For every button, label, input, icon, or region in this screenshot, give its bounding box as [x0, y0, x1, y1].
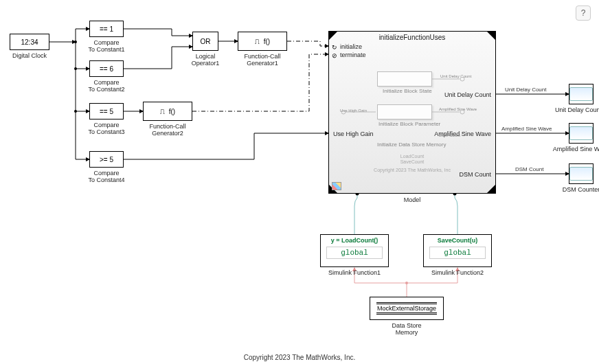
signal-unit-delay-count: Unit Delay Count — [505, 87, 546, 93]
scope-dsm-counter[interactable]: DSM Counter — [569, 163, 594, 184]
port-icon-init: ↻ — [332, 44, 337, 51]
compare-to-constant-4[interactable]: >= 5 Compare To Constant4 — [89, 151, 124, 168]
dsm-label: Data Store Memory — [365, 322, 448, 336]
compare1-label: Compare To Constant1 — [65, 39, 148, 53]
simfn1-header: y = LoadCount() — [321, 235, 388, 244]
scope2-label: Amplified Sine Wave — [540, 146, 599, 152]
help-button[interactable]: ? — [576, 5, 591, 21]
port-unit-delay-count: Unit Delay Count — [444, 91, 491, 98]
compare-to-constant-1[interactable]: == 1 Compare To Constant1 — [89, 21, 124, 37]
copyright-text: Copyright 2023 The MathWorks, Inc. — [244, 354, 356, 361]
model-reference-block[interactable]: initializeFunctionUses ↻ initialize ⊘ te… — [328, 31, 496, 194]
inner-box3-sig: DSM Count — [439, 133, 460, 137]
simfn1-label: Simulink Function1 — [313, 269, 396, 276]
scope3-label: DSM Counter — [540, 186, 599, 193]
svg-point-1 — [74, 67, 77, 70]
compare2-label: Compare To Constant2 — [65, 79, 148, 93]
function-call-generator-1[interactable]: ⎍ f() Function-Call Generator1 — [238, 32, 287, 51]
inner-foot1: LoadCount — [329, 154, 495, 159]
simfn2-header: SaveCount(u) — [424, 235, 491, 244]
inner-foot2: SaveCount — [329, 159, 495, 164]
inner-box2-label: Initialize Block Parameter — [378, 121, 440, 127]
simulink-function-2[interactable]: SaveCount(u) global Simulink Function2 — [423, 234, 492, 267]
svg-point-7 — [460, 77, 464, 81]
compare-to-constant-3[interactable]: == 5 Compare To Constant3 — [89, 103, 124, 120]
data-store-memory[interactable]: MockExternalStorage Data Store Memory — [370, 297, 444, 320]
simfn1-body: global — [326, 247, 383, 259]
scope-screen-icon — [569, 126, 593, 140]
model-inner-box1 — [377, 71, 432, 87]
compare-to-constant-2[interactable]: == 6 Compare To Constant2 — [89, 60, 124, 77]
scope-unit-delay-counter[interactable]: Unit Delay Counter — [569, 84, 594, 104]
digital-clock-value: 12:34 — [21, 38, 38, 46]
simfn2-body: global — [429, 247, 486, 259]
fcngen1-label: Function-Call Generator1 — [221, 53, 304, 67]
model-mask-icon — [332, 182, 341, 190]
port-terminate: terminate — [340, 52, 366, 58]
signal-dsm-count: DSM Count — [515, 166, 543, 172]
svg-point-11 — [460, 110, 464, 114]
scope-amplified-sine-wave[interactable]: Amplified Sine Wave — [569, 123, 594, 144]
inner-box1-label: Initialize Block State — [383, 88, 432, 94]
compare3-text: == 5 — [100, 108, 113, 115]
model-title: initializeFunctionUses — [329, 34, 495, 41]
compare2-text: == 6 — [100, 65, 113, 73]
compare1-text: == 1 — [100, 25, 113, 33]
fcngen1-text: f() — [264, 38, 270, 45]
svg-point-2 — [74, 110, 77, 113]
inner-copy: Copyright 2023 The MathWorks, Inc — [329, 168, 495, 172]
or-text: OR — [201, 38, 211, 45]
scope-screen-icon — [569, 87, 593, 101]
signal-amplified-sine-wave: Amplified Sine Wave — [501, 126, 552, 132]
port-use-high-gain: Use High Gain — [333, 130, 374, 137]
simulink-function-1[interactable]: y = LoadCount() global Simulink Function… — [320, 234, 389, 267]
dsm-text: MockExternalStorage — [377, 305, 436, 312]
port-initialize: initialize — [340, 43, 362, 50]
compare4-text: >= 5 — [100, 156, 113, 163]
pulse-icon: ⎍ — [255, 37, 260, 45]
model-label: Model — [371, 196, 453, 203]
digital-clock-label: Digital Clock — [0, 52, 71, 59]
fcngen2-label: Function-Call Generator2 — [126, 123, 209, 137]
digital-clock-block[interactable]: 12:34 Digital Clock — [10, 34, 49, 50]
simfn2-label: Simulink Function2 — [416, 269, 499, 276]
function-call-generator-2[interactable]: ⎍ f() Function-Call Generator2 — [143, 102, 192, 121]
fcngen2-text: f() — [169, 108, 175, 115]
svg-point-8 — [341, 110, 346, 114]
scope1-label: Unit Delay Counter — [540, 106, 599, 113]
pulse-icon: ⎍ — [160, 107, 165, 115]
port-icon-term: ⊘ — [332, 52, 337, 59]
scope-screen-icon — [569, 167, 593, 181]
svg-point-5 — [405, 282, 408, 284]
inner-box3-label: Initialize Data Store Memory — [377, 141, 446, 148]
compare4-label: Compare To Constant4 — [65, 170, 148, 183]
logical-operator-or[interactable]: OR Logical Operator1 — [192, 32, 218, 51]
model-inner-box2 — [377, 104, 432, 120]
